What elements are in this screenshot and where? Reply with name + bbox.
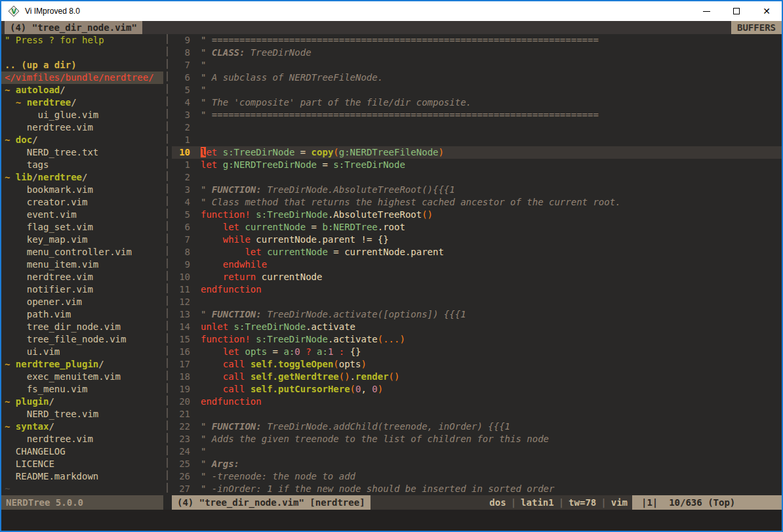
- tree-item[interactable]: nerdtree.vim: [1, 121, 163, 134]
- tree-item[interactable]: ~: [1, 483, 163, 495]
- command-line[interactable]: [1, 510, 782, 531]
- line-number: 1: [172, 159, 190, 171]
- minimize-button[interactable]: [691, 1, 721, 21]
- tree-item[interactable]: exec_menuitem.vim: [1, 371, 163, 383]
- syntax-segment: NERD_tree.txt: [5, 147, 98, 157]
- tree-item[interactable]: notifier.vim: [1, 283, 163, 296]
- line-number: 4: [172, 96, 190, 109]
- code-text: while currentNode.parent != {}: [201, 234, 389, 246]
- code-line[interactable]: 10 return currentNode: [172, 271, 782, 283]
- code-line[interactable]: 17 call self.toggleOpen(opts): [172, 358, 782, 371]
- code-line[interactable]: 13" FUNCTION: TreeDirNode.activate([opti…: [172, 308, 782, 321]
- tree-item[interactable]: menu_controller.vim: [1, 246, 163, 258]
- code-text: let s:TreeDirNode = copy(g:NERDTreeFileN…: [201, 146, 444, 159]
- tab-tree-dir-node[interactable]: (4) "tree_dir_node.vim": [5, 21, 142, 34]
- syntax-segment: 0: [294, 346, 300, 357]
- line-number: 9: [172, 258, 190, 271]
- code-line[interactable]: 7": [172, 59, 782, 72]
- code-line[interactable]: 10let s:TreeDirNode = copy(g:NERDTreeFil…: [172, 146, 782, 159]
- tree-item[interactable]: nerdtree.vim: [1, 433, 163, 445]
- code-line[interactable]: 16 let opts = a:0 ? a:1 : {}: [172, 346, 782, 358]
- code-line[interactable]: 23" Adds the given treenode to the list …: [172, 433, 782, 445]
- tree-item[interactable]: ~ autoload/: [1, 84, 163, 96]
- line-number: 18: [172, 371, 190, 383]
- maximize-button[interactable]: [721, 1, 752, 21]
- syntax-segment: /: [32, 172, 37, 182]
- code-line[interactable]: 12: [172, 296, 782, 308]
- tree-item[interactable]: key_map.vim: [1, 234, 163, 246]
- tree-item[interactable]: " Press ? for help: [1, 34, 163, 47]
- tree-item[interactable]: path.vim: [1, 308, 163, 321]
- code-line[interactable]: 8 let currentNode = currentNode.parent: [172, 246, 782, 258]
- code-line[interactable]: 5": [172, 84, 782, 96]
- code-text: call self.toggleOpen(opts): [201, 358, 367, 371]
- code-line[interactable]: 22" FUNCTION: TreeDirNode.addChild(treen…: [172, 420, 782, 433]
- syntax-segment: opener.vim: [5, 297, 82, 307]
- tree-item[interactable]: </vimfiles/bundle/nerdtree/: [1, 72, 163, 84]
- code-line[interactable]: 26" -treenode: the node to add: [172, 470, 782, 483]
- tree-item[interactable]: ui.vim: [1, 346, 163, 358]
- code-line[interactable]: 6" A subclass of NERDTreeFileNode.: [172, 72, 782, 84]
- code-line[interactable]: 19 call self.putCursorHere(0, 0): [172, 383, 782, 396]
- tree-item[interactable]: opener.vim: [1, 296, 163, 308]
- code-line[interactable]: 2: [172, 121, 782, 134]
- code-line[interactable]: 6 let currentNode = b:NERDTree.root: [172, 221, 782, 234]
- tree-item[interactable]: ~ lib/nerdtree/: [1, 171, 163, 184]
- tree-item[interactable]: event.vim: [1, 209, 163, 221]
- code-line[interactable]: 3" =====================================…: [172, 109, 782, 121]
- code-line[interactable]: 4" The 'composite' part of the file/dir …: [172, 96, 782, 109]
- syntax-segment: TreeDirNode.AbsoluteTreeRoot(){{{1: [262, 184, 455, 195]
- code-line[interactable]: 24": [172, 445, 782, 458]
- code-line[interactable]: 14unlet s:TreeDirNode.activate: [172, 321, 782, 333]
- code-line[interactable]: 1let g:NERDTreeDirNode = s:TreeDirNode: [172, 159, 782, 171]
- code-line[interactable]: 3" FUNCTION: TreeDirNode.AbsoluteTreeRoo…: [172, 184, 782, 196]
- syntax-segment: (: [350, 384, 355, 394]
- tree-item[interactable]: ~ nerdtree_plugin/: [1, 358, 163, 371]
- tree-item[interactable]: creator.vim: [1, 196, 163, 209]
- code-line[interactable]: 20endfunction: [172, 396, 782, 408]
- tree-item[interactable]: CHANGELOG: [1, 445, 163, 458]
- code-text: " Class method that returns the highest …: [201, 196, 621, 209]
- code-line[interactable]: 5function! s:TreeDirNode.AbsoluteTreeRoo…: [172, 209, 782, 221]
- tree-item[interactable]: bookmark.vim: [1, 184, 163, 196]
- syntax-segment: ": [201, 184, 212, 195]
- close-button[interactable]: ✕: [752, 1, 782, 21]
- code-line[interactable]: 9 endwhile: [172, 258, 782, 271]
- tree-item[interactable]: ~ nerdtree/: [1, 96, 163, 109]
- tree-item[interactable]: flag_set.vim: [1, 221, 163, 234]
- code-line[interactable]: 15function! s:TreeDirNode.activate(...): [172, 333, 782, 346]
- code-line[interactable]: 8" CLASS: TreeDirNode: [172, 47, 782, 59]
- tree-item[interactable]: README.markdown: [1, 470, 163, 483]
- code-line[interactable]: 9" =====================================…: [172, 34, 782, 47]
- tree-item[interactable]: tree_dir_node.vim: [1, 321, 163, 333]
- tree-item[interactable]: .. (up a dir): [1, 59, 163, 72]
- code-line[interactable]: 4" Class method that returns the highest…: [172, 196, 782, 209]
- code-line[interactable]: 21: [172, 408, 782, 420]
- syntax-segment: ): [361, 359, 366, 369]
- syntax-segment: [333, 346, 338, 357]
- syntax-segment: currentNode.parent != {}: [251, 234, 389, 245]
- code-line[interactable]: 18 call self.getNerdtree().render(): [172, 371, 782, 383]
- code-line[interactable]: 2: [172, 171, 782, 184]
- tree-item[interactable]: NERD_tree.txt: [1, 146, 163, 159]
- tree-item[interactable]: [1, 47, 163, 59]
- vertical-split-separator[interactable]: [163, 34, 172, 495]
- code-line[interactable]: 11endfunction: [172, 283, 782, 296]
- tree-item[interactable]: menu_item.vim: [1, 258, 163, 271]
- code-line[interactable]: 7 while currentNode.parent != {}: [172, 234, 782, 246]
- code-line[interactable]: 27" -inOrder: 1 if the new node should b…: [172, 483, 782, 495]
- tree-item[interactable]: ~ plugin/: [1, 396, 163, 408]
- tree-item[interactable]: nerdtree.vim: [1, 271, 163, 283]
- syntax-segment: ~: [5, 421, 16, 432]
- tree-item[interactable]: ~ syntax/: [1, 420, 163, 433]
- code-line[interactable]: 1: [172, 134, 782, 146]
- tree-item[interactable]: tags: [1, 159, 163, 171]
- tree-item[interactable]: ~ doc/: [1, 134, 163, 146]
- tree-item[interactable]: fs_menu.vim: [1, 383, 163, 396]
- tree-item[interactable]: ui_glue.vim: [1, 109, 163, 121]
- code-line[interactable]: 25" Args:: [172, 458, 782, 470]
- tree-item[interactable]: NERD_tree.vim: [1, 408, 163, 420]
- syntax-segment: plugin: [16, 396, 49, 407]
- tree-item[interactable]: tree_file_node.vim: [1, 333, 163, 346]
- tree-item[interactable]: LICENCE: [1, 458, 163, 470]
